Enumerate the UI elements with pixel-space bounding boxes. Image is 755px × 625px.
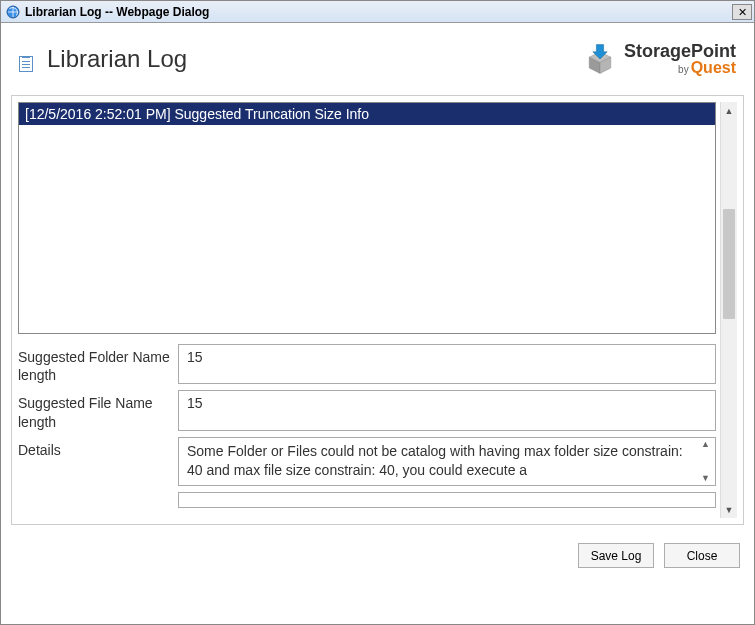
main-scrollbar[interactable]: ▲ ▼ xyxy=(720,102,737,518)
details-row: Details Some Folder or Files could not b… xyxy=(18,437,716,486)
scroll-down-icon[interactable]: ▼ xyxy=(721,501,737,518)
close-button[interactable]: Close xyxy=(664,543,740,568)
details-scrollbar[interactable]: ▲ ▼ xyxy=(698,440,713,483)
scroll-up-icon[interactable]: ▲ xyxy=(721,102,737,119)
page-title: Librarian Log xyxy=(47,45,582,73)
file-length-row: Suggested File Name length 15 xyxy=(18,390,716,430)
folder-length-row: Suggested Folder Name length 15 xyxy=(18,344,716,384)
details-value: Some Folder or Files could not be catalo… xyxy=(178,437,716,486)
scroll-area: [12/5/2016 2:52:01 PM] Suggested Truncat… xyxy=(18,102,716,518)
page-header: Librarian Log StoragePoint byQuest xyxy=(1,23,754,91)
storagepoint-box-icon xyxy=(582,41,618,77)
window-titlebar: Librarian Log -- Webpage Dialog ✕ xyxy=(1,1,754,23)
log-entry: [12/5/2016 2:52:01 PM] Suggested Truncat… xyxy=(18,102,716,334)
brand-secondary: Quest xyxy=(691,59,736,76)
empty-field xyxy=(178,492,716,508)
document-icon xyxy=(19,56,33,72)
log-entry-header: [12/5/2016 2:52:01 PM] Suggested Truncat… xyxy=(19,103,715,125)
folder-length-label: Suggested Folder Name length xyxy=(18,344,178,384)
details-label: Details xyxy=(18,437,178,486)
details-text: Some Folder or Files could not be catalo… xyxy=(187,443,683,479)
app-icon xyxy=(5,4,21,20)
file-length-label: Suggested File Name length xyxy=(18,390,178,430)
brand-text: StoragePoint byQuest xyxy=(624,42,736,76)
log-entry-body xyxy=(19,125,715,333)
dialog-footer: Save Log Close xyxy=(1,525,754,568)
scroll-up-icon[interactable]: ▲ xyxy=(698,440,713,449)
folder-length-value: 15 xyxy=(178,344,716,384)
scroll-down-icon[interactable]: ▼ xyxy=(698,474,713,483)
brand-logo: StoragePoint byQuest xyxy=(582,41,736,77)
window-close-button[interactable]: ✕ xyxy=(732,4,752,20)
file-length-value: 15 xyxy=(178,390,716,430)
brand-primary: StoragePoint xyxy=(624,42,736,60)
scroll-track[interactable] xyxy=(721,119,737,501)
brand-by: by xyxy=(678,64,689,75)
scroll-thumb[interactable] xyxy=(723,209,735,319)
content-frame: [12/5/2016 2:52:01 PM] Suggested Truncat… xyxy=(11,95,744,525)
save-log-button[interactable]: Save Log xyxy=(578,543,654,568)
window-title: Librarian Log -- Webpage Dialog xyxy=(25,5,732,19)
